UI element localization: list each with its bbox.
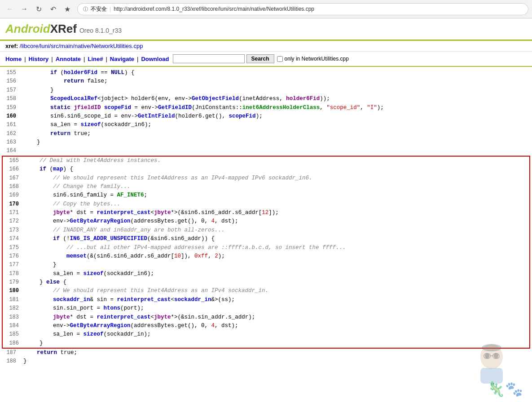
xref-text: XRef <box>50 22 77 35</box>
nav-annotate[interactable]: Annotate <box>56 56 81 62</box>
line-num-178: 178 <box>3 270 24 278</box>
code-line-165: 165 // Deal with Inet4Address instances. <box>3 157 529 165</box>
line-num-155: 155 <box>0 69 22 77</box>
code-line-164: 164 <box>0 147 532 155</box>
code-line-168: 168 // Change the family... <box>3 183 529 191</box>
nav-line[interactable]: Line# <box>88 56 103 62</box>
line-num-181: 181 <box>3 296 24 304</box>
code-line-171: 171 jbyte* dst = reinterpret_cast<jbyte*… <box>3 209 529 217</box>
line-content-174: if (!IN6_IS_ADDR_UNSPECIFIED(&sin6.sin6_… <box>24 235 529 243</box>
line-content-177: } <box>24 261 529 269</box>
line-content-169: sin6.sin6_family = AF_INET6; <box>24 191 529 200</box>
code-line-158: 158 ScopedLocalRef<jobject> holder6(env,… <box>0 95 532 103</box>
line-content-160: sin6.sin6_scope_id = env->GetIntField(ho… <box>22 112 532 121</box>
line-content-163: } <box>22 138 532 147</box>
line-num-166: 166 <box>3 165 24 174</box>
code-line-175: 175 // ...but all other IPv4-mapped addr… <box>3 244 529 252</box>
code-line-167: 167 // We should represent this Inet4Add… <box>3 174 529 183</box>
line-content-176: memset(&(sin6.sin6_addr.s6_addr[10]), 0x… <box>24 252 529 261</box>
sep5: | <box>137 56 138 62</box>
line-num-177: 177 <box>3 261 24 269</box>
code-line-181: 181 sockaddr_in& sin = reinterpret_cast<… <box>3 296 529 304</box>
address-bar[interactable]: ⓘ 不安全 | http://androidxref.com/8.1.0_r33… <box>77 3 528 15</box>
line-content-157: } <box>22 86 532 95</box>
nav-history[interactable]: History <box>29 56 49 62</box>
line-content-165: // Deal with Inet4Address instances. <box>24 157 529 165</box>
sep1: | <box>24 56 26 62</box>
line-num-172: 172 <box>3 217 24 226</box>
line-content-188: } <box>22 357 532 366</box>
nav-navigate[interactable]: Navigate <box>110 56 134 62</box>
line-num-179: 179 <box>3 278 24 287</box>
only-text: only in NetworkUtilities.cpp <box>285 56 349 62</box>
code-line-170: 170 // Copy the bytes... <box>3 200 529 209</box>
line-num-171: 171 <box>3 209 24 217</box>
line-num-167: 167 <box>3 174 24 183</box>
code-line-157: 157 } <box>0 86 532 95</box>
security-icon: ⓘ <box>83 6 88 13</box>
breadcrumb-prefix: xref: <box>5 43 18 49</box>
search-button[interactable]: Search <box>246 54 274 63</box>
code-line-178: 178 sa_len = sizeof(sockaddr_in6); <box>3 270 529 278</box>
highlight-box: 165 // Deal with Inet4Address instances.… <box>2 156 530 349</box>
code-line-159: 159 static jfieldID scopeFid = env->GetF… <box>0 104 532 112</box>
code-line-174: 174 if (!IN6_IS_ADDR_UNSPECIFIED(&sin6.s… <box>3 235 529 243</box>
code-line-166: 166 if (map) { <box>3 165 529 174</box>
line-content-156: return false; <box>22 77 532 86</box>
code-line-185: 185 sa_len = sizeof(sockaddr_in); <box>3 330 529 339</box>
breadcrumb-path[interactable]: /libcore/luni/src/main/native/NetworkUti… <box>20 43 143 49</box>
code-line-188: 188 } <box>0 357 532 366</box>
code-line-183: 183 jbyte* dst = reinterpret_cast<jbyte*… <box>3 313 529 322</box>
site-header: AndroidXRefOreo 8.1.0_r33 <box>0 18 532 41</box>
code-line-156: 156 return false; <box>0 77 532 86</box>
code-line-162: 162 return true; <box>0 130 532 138</box>
line-content-184: env->GetByteArrayRegion(addressBytes.get… <box>24 322 529 330</box>
undo-button[interactable]: ↶ <box>47 3 59 15</box>
line-content-155: if (holder6Fid == NULL) { <box>22 69 532 77</box>
line-content-166: if (map) { <box>24 165 529 174</box>
line-content-187: return true; <box>22 349 532 357</box>
refresh-button[interactable]: ↻ <box>32 3 45 15</box>
code-line-186: 186 } <box>3 339 529 348</box>
code-line-160: 160 sin6.sin6_scope_id = env->GetIntFiel… <box>0 112 532 121</box>
line-content-185: sa_len = sizeof(sockaddr_in); <box>24 330 529 339</box>
code-area: 155 if (holder6Fid == NULL) { 156 return… <box>0 67 532 368</box>
code-line-163: 163 } <box>0 138 532 147</box>
only-label: only in NetworkUtilities.cpp <box>277 56 349 62</box>
line-num-176: 176 <box>3 252 24 261</box>
security-label: 不安全 <box>91 5 107 13</box>
line-num-165: 165 <box>3 157 24 165</box>
code-line-180: 180 // We should represent this Inet4Add… <box>3 287 529 295</box>
bookmark-button[interactable]: ★ <box>61 3 74 15</box>
line-num-164: 164 <box>0 147 22 155</box>
line-num-157: 157 <box>0 86 22 95</box>
nav-home[interactable]: Home <box>5 56 22 62</box>
code-line-177: 177 } <box>3 261 529 269</box>
back-button[interactable]: ← <box>4 3 16 15</box>
nav-bar: Home | History | Annotate | Line# | Navi… <box>0 52 532 67</box>
line-num-183: 183 <box>3 313 24 322</box>
line-content-178: sa_len = sizeof(sockaddr_in6); <box>24 270 529 278</box>
sep4: | <box>106 56 107 62</box>
line-num-186: 186 <box>3 339 24 348</box>
forward-button[interactable]: → <box>18 3 31 15</box>
line-content-183: jbyte* dst = reinterpret_cast<jbyte*>(&s… <box>24 313 529 322</box>
line-content-164 <box>22 147 532 155</box>
line-num-169: 169 <box>3 191 24 200</box>
nav-download[interactable]: Download <box>141 56 169 62</box>
line-num-163: 163 <box>0 138 22 147</box>
line-content-168: // Change the family... <box>24 183 529 191</box>
code-line-176: 176 memset(&(sin6.sin6_addr.s6_addr[10])… <box>3 252 529 261</box>
code-line-172: 172 env->GetByteArrayRegion(addressBytes… <box>3 217 529 226</box>
line-num-170: 170 <box>3 200 24 209</box>
line-content-175: // ...but all other IPv4-mapped addresse… <box>24 244 529 252</box>
line-num-182: 182 <box>3 304 24 313</box>
site-title: AndroidXRefOreo 8.1.0_r33 <box>5 22 122 35</box>
search-input[interactable] <box>173 54 245 63</box>
url-divider: | <box>110 6 111 12</box>
line-num-162: 162 <box>0 130 22 138</box>
line-num-158: 158 <box>0 95 22 103</box>
only-checkbox[interactable] <box>277 56 283 62</box>
sep2: | <box>51 56 53 62</box>
code-line-169: 169 sin6.sin6_family = AF_INET6; <box>3 191 529 200</box>
